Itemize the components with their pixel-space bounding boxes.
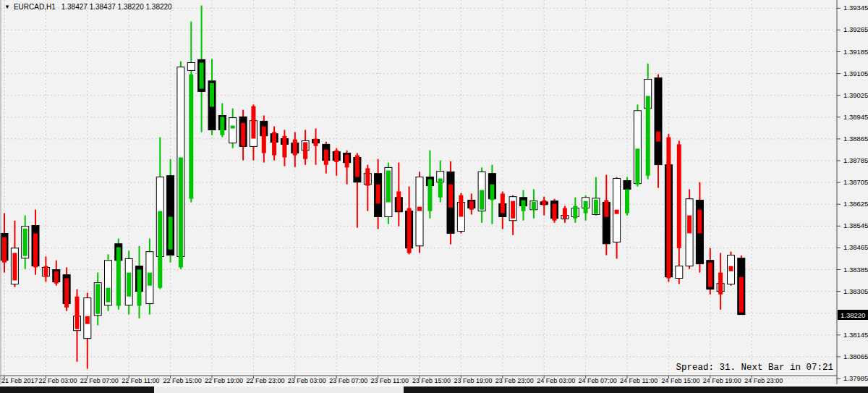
candle bbox=[105, 254, 112, 310]
time-axis-label: 24 Feb 15:00 bbox=[661, 377, 699, 384]
chart-title: ▼ EURCAD,H1 1.38427 1.38437 1.38220 1.38… bbox=[4, 2, 172, 12]
candle bbox=[738, 255, 745, 315]
time-axis-label: 24 Feb 23:00 bbox=[744, 377, 783, 384]
candle bbox=[447, 161, 454, 245]
price-axis-label: 1.37985 bbox=[843, 374, 868, 382]
price-axis-label: 1.38865 bbox=[843, 135, 868, 143]
time-axis-label: 24 Feb 03:00 bbox=[537, 377, 575, 384]
candle bbox=[125, 251, 132, 315]
time-axis-label: 24 Feb 07:00 bbox=[579, 377, 617, 384]
price-axis-label: 1.38545 bbox=[843, 221, 868, 229]
price-axis-label: 1.39345 bbox=[843, 4, 868, 12]
candle bbox=[728, 252, 735, 286]
time-axis-label: 23 Feb 23:00 bbox=[495, 377, 534, 384]
price-chart-area[interactable]: 21 Feb 201722 Feb 03:0022 Feb 07:0022 Fe… bbox=[0, 0, 868, 393]
horizontal-scrollbar[interactable] bbox=[0, 386, 868, 393]
price-axis-label: 1.38705 bbox=[843, 178, 868, 186]
price-axis-label: 1.38945 bbox=[843, 113, 868, 121]
price-axis-label: 1.39105 bbox=[843, 69, 868, 77]
price-axis-label: 1.38305 bbox=[843, 287, 868, 295]
candle bbox=[416, 172, 423, 253]
time-axis-label: 23 Feb 03:00 bbox=[288, 377, 326, 384]
price-axis-label: 1.39185 bbox=[843, 48, 868, 56]
price-axis-label: 1.38785 bbox=[843, 156, 868, 164]
price-axis-label: 1.38385 bbox=[843, 266, 868, 274]
chart-dropdown-icon[interactable]: ▼ bbox=[4, 4, 10, 11]
price-axis-label: 1.38145 bbox=[843, 331, 868, 339]
candlestick-chart[interactable]: 21 Feb 201722 Feb 03:0022 Feb 07:0022 Fe… bbox=[0, 0, 868, 393]
time-axis-label: 21 Feb 2017 bbox=[1, 377, 38, 384]
candle bbox=[634, 105, 641, 187]
price-axis-label: 1.38465 bbox=[843, 243, 868, 251]
current-price-tag: 1.38220 bbox=[838, 310, 868, 320]
candle bbox=[177, 62, 184, 269]
scrollbar-thumb[interactable] bbox=[154, 386, 404, 393]
price-axis-label: 1.39265 bbox=[843, 25, 868, 33]
time-axis-label: 24 Feb 19:00 bbox=[703, 377, 741, 384]
candle bbox=[686, 190, 693, 269]
time-axis-label: 22 Feb 15:00 bbox=[163, 377, 202, 384]
chart-background bbox=[0, 0, 868, 393]
time-axis-label: 22 Feb 19:00 bbox=[205, 377, 243, 384]
time-axis-label: 23 Feb 15:00 bbox=[412, 377, 451, 384]
spread-nextbar-label: Spread: 31. Next Bar in 07:21 bbox=[676, 363, 833, 373]
price-axis-label: 1.38065 bbox=[843, 352, 868, 360]
time-axis-label: 23 Feb 11:00 bbox=[371, 377, 409, 384]
time-axis-label: 22 Feb 07:00 bbox=[80, 377, 119, 384]
time-axis-label: 22 Feb 23:00 bbox=[246, 377, 284, 384]
time-axis-label: 23 Feb 19:00 bbox=[454, 377, 492, 384]
symbol-timeframe-label: EURCAD,H1 bbox=[14, 3, 56, 11]
time-axis-label: 23 Feb 07:00 bbox=[329, 377, 367, 384]
time-axis-label: 22 Feb 03:00 bbox=[38, 377, 77, 384]
candle bbox=[385, 163, 392, 224]
price-axis-label: 1.38625 bbox=[843, 200, 868, 208]
chart-window: 21 Feb 201722 Feb 03:0022 Feb 07:0022 Fe… bbox=[0, 0, 868, 393]
ohlc-values: 1.38427 1.38437 1.38220 1.38220 bbox=[61, 3, 172, 11]
price-axis-label: 1.39025 bbox=[843, 91, 868, 99]
time-axis-label: 22 Feb 11:00 bbox=[122, 377, 159, 384]
time-axis-label: 24 Feb 11:00 bbox=[620, 377, 658, 384]
